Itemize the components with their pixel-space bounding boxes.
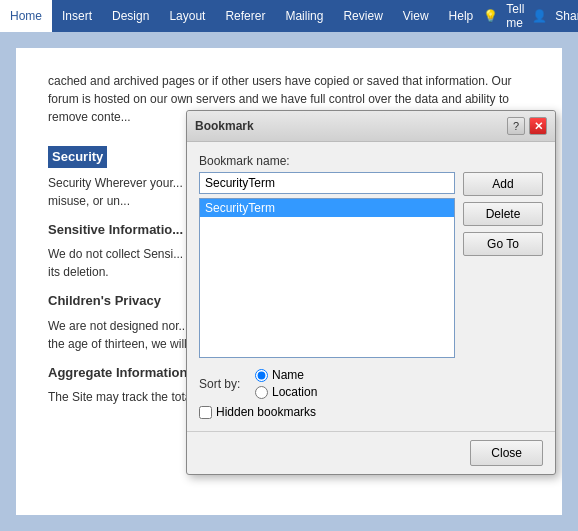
dialog-close-x-button[interactable]: ✕ [529, 117, 547, 135]
dialog-footer: Close [187, 431, 555, 474]
dialog-overlay: Bookmark ? ✕ Bookmark name: SecurityTerm [16, 48, 562, 515]
dialog-controls: ? ✕ [507, 117, 547, 135]
ribbon-right: 💡 Tell me 👤 Share [483, 2, 578, 30]
radio-group: Name Location [255, 368, 317, 399]
tab-design[interactable]: Design [102, 0, 159, 32]
dialog-title: Bookmark [195, 119, 254, 133]
share-button[interactable]: Share [555, 9, 578, 23]
bookmark-name-label: Bookmark name: [199, 154, 543, 168]
delete-button[interactable]: Delete [463, 202, 543, 226]
go-to-button[interactable]: Go To [463, 232, 543, 256]
sort-location-option[interactable]: Location [255, 385, 317, 399]
tab-insert[interactable]: Insert [52, 0, 102, 32]
tab-help[interactable]: Help [439, 0, 484, 32]
dialog-help-button[interactable]: ? [507, 117, 525, 135]
bookmark-dialog: Bookmark ? ✕ Bookmark name: SecurityTerm [186, 110, 556, 475]
tab-review[interactable]: Review [333, 0, 392, 32]
tab-view[interactable]: View [393, 0, 439, 32]
sort-row: Sort by: Name Location [199, 368, 543, 399]
sort-section: Sort by: Name Location [199, 368, 543, 419]
sort-name-option[interactable]: Name [255, 368, 317, 382]
hidden-bookmarks-option[interactable]: Hidden bookmarks [199, 405, 543, 419]
tab-referer[interactable]: Referer [215, 0, 275, 32]
dialog-body: Bookmark name: SecurityTerm Add Delete G… [187, 142, 555, 431]
close-button[interactable]: Close [470, 440, 543, 466]
add-button[interactable]: Add [463, 172, 543, 196]
document-page: cached and archived pages or if other us… [16, 48, 562, 515]
dialog-left-panel: SecurityTerm [199, 172, 455, 358]
sort-name-radio[interactable] [255, 369, 268, 382]
dialog-right-panel: Add Delete Go To [463, 172, 543, 358]
sort-location-radio[interactable] [255, 386, 268, 399]
tab-mailing[interactable]: Mailing [275, 0, 333, 32]
sort-location-label: Location [272, 385, 317, 399]
hidden-bookmarks-checkbox[interactable] [199, 406, 212, 419]
dialog-content: SecurityTerm Add Delete Go To [199, 172, 543, 358]
document-area: cached and archived pages or if other us… [0, 32, 578, 531]
tab-layout[interactable]: Layout [159, 0, 215, 32]
bookmark-list-item[interactable]: SecurityTerm [200, 199, 454, 217]
bookmark-name-input[interactable] [199, 172, 455, 194]
hidden-bookmarks-label: Hidden bookmarks [216, 405, 316, 419]
dialog-titlebar: Bookmark ? ✕ [187, 111, 555, 142]
person-icon: 👤 [532, 9, 547, 23]
bookmark-list[interactable]: SecurityTerm [199, 198, 455, 358]
tab-home[interactable]: Home [0, 0, 52, 32]
lightbulb-icon: 💡 [483, 9, 498, 23]
sort-name-label: Name [272, 368, 304, 382]
sort-by-label: Sort by: [199, 377, 249, 391]
tell-me-button[interactable]: Tell me [506, 2, 524, 30]
ribbon: Home Insert Design Layout Referer Mailin… [0, 0, 578, 32]
